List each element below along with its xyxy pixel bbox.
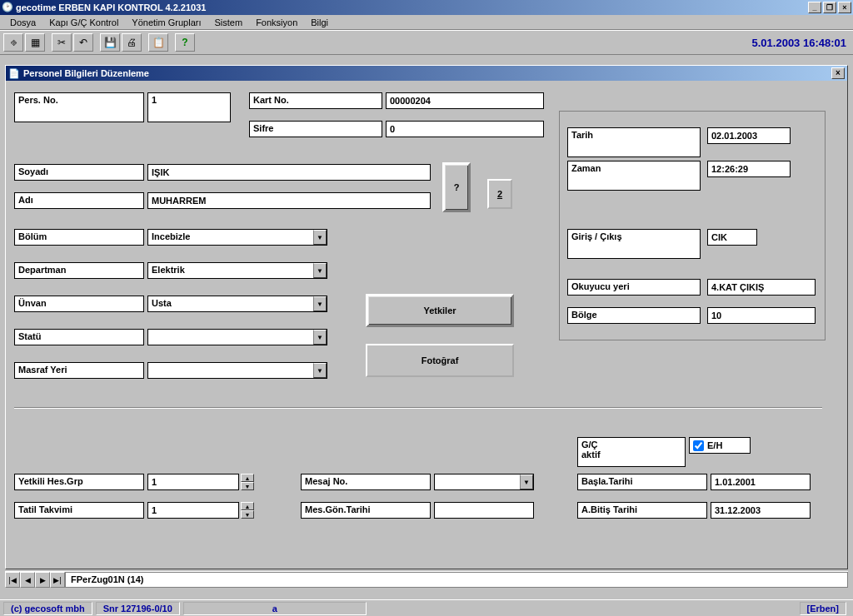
- statusbar: (c) gecosoft mbh Snr 127196-0/10 a [Erbe…: [0, 599, 853, 616]
- label-mesaj-no: Mesaj No.: [301, 474, 431, 490]
- label-giris-cikis: Giriş / Çıkış: [567, 229, 701, 259]
- label-bolge: Bölge: [567, 307, 701, 324]
- label-mes-gon: Mes.Gön.Tarihi: [301, 502, 431, 519]
- label-tarih: Tarih: [567, 127, 701, 157]
- label-unvan: Ünvan: [14, 296, 144, 312]
- field-tatil[interactable]: 1: [147, 502, 239, 519]
- label-adi: Adı: [14, 192, 144, 209]
- chevron-down-icon[interactable]: ▼: [313, 230, 327, 245]
- close-button[interactable]: ×: [838, 2, 851, 13]
- subwindow-title: Personel Bilgileri Düzenleme: [23, 68, 149, 78]
- toolbar-grid[interactable]: ▦: [25, 33, 45, 52]
- field-adi[interactable]: MUHARREM: [147, 192, 431, 209]
- status-copyright: (c) gecosoft mbh: [3, 602, 92, 615]
- yetkiler-button[interactable]: Yetkiler: [366, 294, 514, 327]
- field-yetkili[interactable]: 1: [147, 474, 239, 490]
- field-sifre[interactable]: 0: [386, 121, 544, 137]
- status-snr: Snr 127196-0/10: [96, 602, 180, 615]
- label-yetkili: Yetkili Hes.Grp: [14, 474, 144, 490]
- field-kart-no[interactable]: 00000204: [386, 92, 544, 109]
- status-mid: a: [183, 602, 367, 615]
- label-pers-no: Pers. No.: [14, 92, 144, 122]
- menu-kapi[interactable]: Kapı G/Ç Kontrol: [42, 16, 125, 29]
- field-giris-cikis: CIK: [707, 229, 757, 246]
- toolbar-cut[interactable]: ✂: [52, 33, 72, 52]
- spin-down-icon[interactable]: ▼: [241, 482, 254, 490]
- label-kart-no: Kart No.: [249, 92, 382, 109]
- nav-prev[interactable]: ◀: [20, 572, 35, 588]
- field-tarih: 02.01.2003: [707, 127, 791, 144]
- form-area: Pers. No. 1 Kart No. 00000204 Sifre 0 So…: [6, 81, 847, 569]
- subwindow-close[interactable]: ×: [831, 67, 845, 79]
- clock: 5.01.2003 16:48:01: [752, 37, 846, 49]
- restore-button[interactable]: ❐: [823, 2, 836, 13]
- spin-up-icon[interactable]: ▲: [241, 474, 254, 482]
- eh-label: E/H: [707, 440, 722, 450]
- label-basla: Başla.Tarihi: [577, 474, 707, 490]
- divider: [14, 407, 822, 409]
- spin-down-icon[interactable]: ▼: [241, 510, 254, 519]
- field-pers-no[interactable]: 1: [147, 92, 231, 122]
- toolbar-help[interactable]: ?: [175, 33, 195, 52]
- spinner-yetkili[interactable]: ▲▼: [241, 474, 254, 490]
- label-okuyucu: Okuyucu yeri: [567, 279, 701, 296]
- chevron-down-icon[interactable]: ▼: [313, 263, 327, 278]
- toolbar-exit[interactable]: ⎆: [3, 33, 23, 52]
- toolbar-print[interactable]: 🖨: [122, 33, 142, 52]
- combo-bolum[interactable]: Incebizle▼: [147, 229, 327, 246]
- menu-fonksiyon[interactable]: Fonksiyon: [249, 16, 304, 29]
- subwindow-titlebar: 📄 Personel Bilgileri Düzenleme ×: [6, 66, 847, 81]
- menu-bilgi[interactable]: Bilgi: [304, 16, 335, 29]
- minimize-button[interactable]: _: [808, 2, 821, 13]
- document-icon: 📄: [8, 68, 20, 79]
- spin-up-icon[interactable]: ▲: [241, 502, 254, 510]
- nav-next[interactable]: ▶: [35, 572, 50, 588]
- chevron-down-icon[interactable]: ▼: [520, 474, 533, 489]
- status-right: [Erben]: [800, 602, 847, 615]
- record-navigator: |◀ ◀ ▶ ▶| FPerZug01N (14): [5, 571, 848, 588]
- spinner-tatil[interactable]: ▲▼: [241, 502, 254, 519]
- field-mes-gon[interactable]: [434, 502, 534, 519]
- combo-statu[interactable]: ▼: [147, 329, 327, 345]
- toolbar-undo[interactable]: ↶: [73, 33, 93, 52]
- label-tatil: Tatil Takvimi: [14, 502, 144, 519]
- chevron-down-icon[interactable]: ▼: [313, 330, 327, 345]
- menu-dosya[interactable]: Dosya: [3, 16, 42, 29]
- nav-first[interactable]: |◀: [5, 572, 20, 588]
- label-masraf: Masraf Yeri: [14, 362, 144, 379]
- combo-departman[interactable]: Elektrik▼: [147, 262, 327, 279]
- label-departman: Departman: [14, 262, 144, 279]
- label-soyadi: Soyadı: [14, 164, 144, 181]
- field-zaman: 12:26:29: [707, 161, 791, 177]
- app-title: gecotime ERBEN KAPI KONTROL 4.2.21031: [16, 2, 206, 12]
- label-bitis: A.Bitiş Tarihi: [577, 502, 707, 519]
- toolbar-copy[interactable]: 📋: [148, 33, 168, 52]
- chevron-down-icon[interactable]: ▼: [313, 363, 327, 378]
- nav-last[interactable]: ▶|: [50, 572, 65, 588]
- menubar: Dosya Kapı G/Ç Kontrol Yönetim Grupları …: [0, 15, 853, 30]
- personnel-edit-window: 📄 Personel Bilgileri Düzenleme × Pers. N…: [5, 65, 848, 569]
- combo-mesaj-no[interactable]: ▼: [434, 474, 534, 490]
- menu-yonetim[interactable]: Yönetim Grupları: [125, 16, 207, 29]
- help-button[interactable]: ?: [442, 162, 471, 212]
- chevron-down-icon[interactable]: ▼: [313, 296, 327, 311]
- fotograf-button[interactable]: Fotoğraf: [366, 344, 514, 377]
- menu-sistem[interactable]: Sistem: [208, 16, 250, 29]
- field-okuyucu: 4.KAT ÇIKIŞ: [707, 279, 816, 296]
- label-statu: Statü: [14, 329, 144, 345]
- field-soyadi[interactable]: IŞIK: [147, 164, 431, 181]
- two-button[interactable]: 2: [487, 179, 512, 209]
- field-basla[interactable]: 1.01.2001: [711, 474, 811, 490]
- checkbox-eh[interactable]: E/H: [689, 437, 751, 454]
- label-zaman: Zaman: [567, 161, 701, 191]
- field-bolge: 10: [707, 307, 816, 324]
- combo-unvan[interactable]: Usta▼: [147, 296, 327, 312]
- label-bolum: Bölüm: [14, 229, 144, 246]
- label-gc-aktif: G/Ç aktif: [577, 437, 686, 467]
- toolbar-save[interactable]: 💾: [100, 33, 120, 52]
- app-icon: 🕑: [2, 2, 13, 13]
- eh-checkbox-input[interactable]: [693, 440, 704, 451]
- toolbar: ⎆ ▦ ✂ ↶ 💾 🖨 📋 ? 5.01.2003 16:48:01: [0, 30, 853, 55]
- combo-masraf[interactable]: ▼: [147, 362, 327, 379]
- field-bitis[interactable]: 31.12.2003: [711, 502, 811, 519]
